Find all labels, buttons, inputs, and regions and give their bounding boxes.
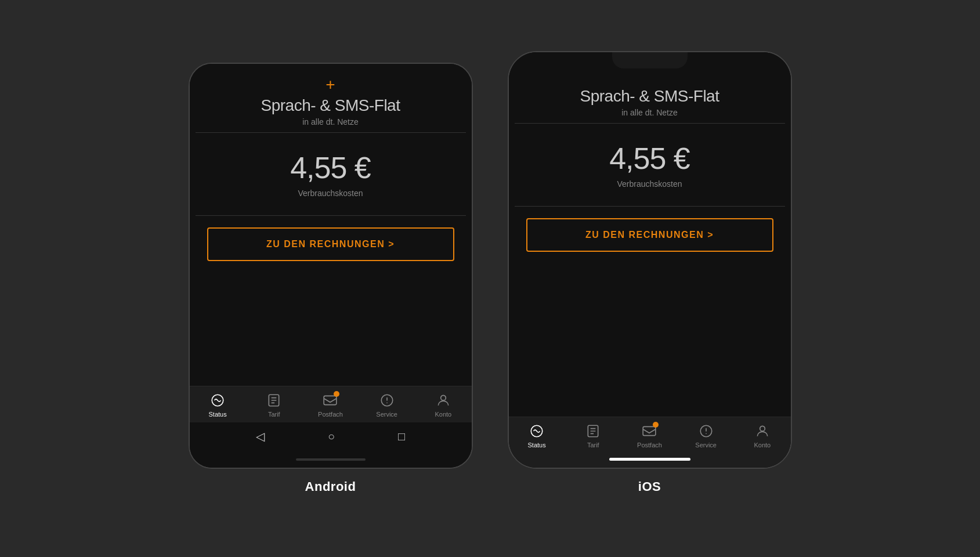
android-spacer — [190, 278, 472, 386]
ios-service-icon — [698, 423, 714, 439]
svg-rect-2 — [324, 396, 337, 404]
android-cost-section: 4,55 € Verbrauchskosten — [190, 133, 472, 215]
postfach-badge — [334, 391, 339, 397]
android-cost-amount: 4,55 € — [201, 150, 460, 185]
android-nav-status[interactable]: Status — [197, 392, 238, 418]
ios-cost-amount: 4,55 € — [520, 141, 779, 176]
tarif-icon — [266, 392, 282, 408]
android-phone-wrapper: + Sprach- & SMS-Flat in alle dt. Netze 4… — [189, 63, 473, 494]
android-button-section: ZU DEN RECHNUNGEN > — [190, 216, 472, 278]
plus-icon: + — [207, 75, 454, 94]
android-nav-service[interactable]: Service — [367, 392, 407, 418]
android-top-section: + Sprach- & SMS-Flat in alle dt. Netze — [190, 64, 472, 132]
ios-postfach-icon — [641, 423, 657, 439]
ios-top-section: Sprach- & SMS-Flat in alle dt. Netze — [509, 81, 791, 123]
ios-cost-label: Verbrauchskosten — [520, 179, 779, 189]
ios-screen: Sprach- & SMS-Flat in alle dt. Netze 4,5… — [509, 52, 791, 468]
android-nav-service-label: Service — [376, 411, 397, 418]
ios-notch-pad — [509, 52, 791, 81]
android-nav-konto[interactable]: Konto — [423, 392, 464, 418]
android-cost-label: Verbrauchskosten — [201, 189, 460, 198]
ios-spacer — [509, 269, 791, 417]
android-nav-tarif[interactable]: Tarif — [254, 392, 294, 418]
ios-home-indicator — [509, 453, 791, 468]
android-nav-postfach[interactable]: Postfach — [310, 392, 350, 418]
ios-bottom-nav: Status Tarif — [509, 417, 791, 453]
ios-rechnungen-button[interactable]: ZU DEN RECHNUNGEN > — [526, 218, 773, 252]
android-nav-konto-label: Konto — [435, 411, 451, 418]
ios-konto-icon — [754, 423, 771, 439]
konto-icon — [435, 392, 451, 408]
ios-tarif-icon — [585, 423, 601, 439]
android-home-btn[interactable]: ○ — [328, 430, 335, 443]
ios-nav-tarif[interactable]: Tarif — [573, 423, 613, 449]
postfach-icon — [322, 392, 338, 408]
android-phone: + Sprach- & SMS-Flat in alle dt. Netze 4… — [189, 63, 473, 469]
android-flat-subtitle: in alle dt. Netze — [207, 117, 454, 126]
svg-rect-7 — [643, 426, 656, 435]
android-screen: + Sprach- & SMS-Flat in alle dt. Netze 4… — [190, 64, 472, 468]
ios-status-icon — [529, 423, 545, 439]
svg-point-9 — [760, 426, 765, 431]
android-nav-postfach-label: Postfach — [318, 411, 343, 418]
ios-nav-status[interactable]: Status — [516, 423, 557, 449]
ios-phone-wrapper: Sprach- & SMS-Flat in alle dt. Netze 4,5… — [508, 51, 792, 494]
ios-label: iOS — [638, 479, 661, 494]
android-flat-title: Sprach- & SMS-Flat — [207, 96, 454, 115]
svg-point-4 — [441, 395, 446, 400]
android-label: Android — [305, 479, 356, 494]
android-nav-indicator — [296, 458, 366, 461]
android-back-btn[interactable]: ◁ — [256, 429, 265, 443]
ios-nav-konto[interactable]: Konto — [742, 423, 783, 449]
ios-nav-postfach-label: Postfach — [637, 442, 662, 449]
ios-cost-section: 4,55 € Verbrauchskosten — [509, 124, 791, 206]
ios-nav-postfach[interactable]: Postfach — [629, 423, 670, 449]
android-recents-btn[interactable]: □ — [398, 430, 405, 443]
service-icon — [379, 392, 395, 408]
status-icon — [209, 392, 226, 408]
ios-postfach-badge — [653, 422, 659, 428]
android-nav-tarif-label: Tarif — [268, 411, 280, 418]
ios-flat-subtitle: in alle dt. Netze — [526, 108, 773, 117]
ios-phone: Sprach- & SMS-Flat in alle dt. Netze 4,5… — [508, 51, 792, 469]
android-system-nav: ◁ ○ □ — [190, 422, 472, 450]
android-bottom-nav: Status Tarif — [190, 386, 472, 422]
ios-nav-service[interactable]: Service — [686, 423, 726, 449]
ios-nav-konto-label: Konto — [754, 442, 771, 449]
phones-container: + Sprach- & SMS-Flat in alle dt. Netze 4… — [189, 51, 792, 494]
ios-button-section: ZU DEN RECHNUNGEN > — [509, 207, 791, 269]
ios-nav-tarif-label: Tarif — [587, 442, 599, 449]
ios-home-bar — [609, 458, 690, 461]
ios-flat-title: Sprach- & SMS-Flat — [526, 87, 773, 106]
ios-nav-status-label: Status — [528, 442, 546, 449]
ios-nav-service-label: Service — [695, 442, 717, 449]
android-nav-status-label: Status — [209, 411, 227, 418]
android-rechnungen-button[interactable]: ZU DEN RECHNUNGEN > — [207, 227, 454, 261]
